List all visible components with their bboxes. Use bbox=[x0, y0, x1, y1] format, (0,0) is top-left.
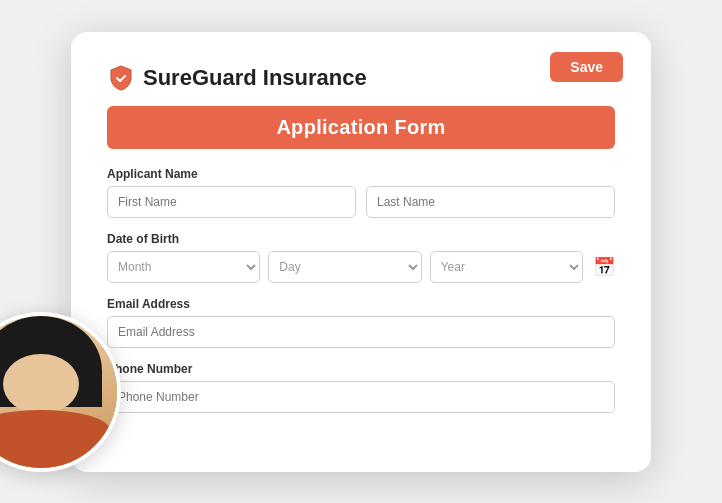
first-name-input[interactable] bbox=[107, 186, 356, 218]
month-select[interactable]: Month bbox=[107, 251, 260, 283]
applicant-name-label: Applicant Name bbox=[107, 167, 615, 181]
email-input[interactable] bbox=[107, 316, 615, 348]
person-image bbox=[0, 316, 117, 468]
calendar-icon[interactable]: 📅 bbox=[593, 256, 615, 278]
avatar bbox=[0, 312, 121, 472]
dob-label: Date of Birth bbox=[107, 232, 615, 246]
applicant-name-group: Applicant Name bbox=[107, 167, 615, 218]
phone-group: Phone Number bbox=[107, 362, 615, 413]
logo-area: SureGuard Insurance bbox=[107, 64, 615, 92]
brand-name: SureGuard Insurance bbox=[143, 65, 367, 91]
sweater bbox=[0, 410, 109, 468]
scene: Save SureGuard Insurance Application For… bbox=[21, 22, 701, 482]
save-button[interactable]: Save bbox=[550, 52, 623, 82]
shield-icon bbox=[107, 64, 135, 92]
dob-group: Date of Birth Month Day Year 📅 bbox=[107, 232, 615, 283]
name-row bbox=[107, 186, 615, 218]
application-card: Save SureGuard Insurance Application For… bbox=[71, 32, 651, 472]
dob-row: Month Day Year 📅 bbox=[107, 251, 615, 283]
day-select[interactable]: Day bbox=[268, 251, 421, 283]
email-group: Email Address bbox=[107, 297, 615, 348]
form-title: Application Form bbox=[276, 116, 445, 138]
face bbox=[3, 354, 79, 415]
last-name-input[interactable] bbox=[366, 186, 615, 218]
form-header-band: Application Form bbox=[107, 106, 615, 149]
phone-input[interactable] bbox=[107, 381, 615, 413]
email-label: Email Address bbox=[107, 297, 615, 311]
year-select[interactable]: Year bbox=[430, 251, 583, 283]
phone-label: Phone Number bbox=[107, 362, 615, 376]
